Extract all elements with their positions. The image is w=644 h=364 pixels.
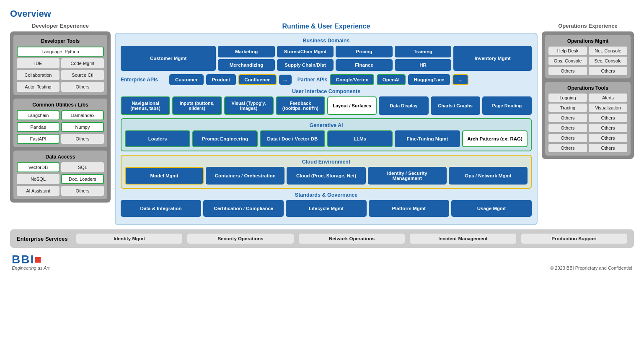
enterprise-apis-label: Enterprise APIs (121, 77, 167, 83)
dev-item-llamaindex[interactable]: LlamaIndex (61, 110, 104, 120)
partner-apis-label: Partner APIs (297, 77, 328, 83)
sg-platform[interactable]: Platform Mgmt (369, 200, 449, 217)
uic-feedback[interactable]: Feedback (tooltips, notif'n) (276, 96, 325, 115)
dev-item-pandas[interactable]: Pandas (17, 122, 59, 132)
ent-network-ops[interactable]: Network Operations (299, 234, 405, 244)
ops-opsconsole[interactable]: Ops. Console (548, 57, 587, 65)
dev-item-docloaders[interactable]: Doc. Loaders (61, 174, 104, 184)
dev-item-others2[interactable]: Others (61, 134, 104, 144)
uic-navigational[interactable]: Navigational (menus, tabs) (121, 96, 170, 115)
dev-item-others[interactable]: Others (61, 82, 104, 92)
ops-others7[interactable]: Others (548, 134, 587, 142)
bd-hr[interactable]: HR (395, 59, 452, 71)
uic-charts[interactable]: Charts / Graphs (431, 96, 480, 115)
ops-helpdesk[interactable]: Help Desk (548, 47, 587, 55)
enterprise-services-label: Enterprise Services (17, 236, 71, 242)
bd-supply-chain[interactable]: Supply Chain/Dist (277, 59, 334, 71)
standards-governance-section: Standards & Governance Data & Integratio… (121, 192, 532, 217)
genai-data-doc[interactable]: Data / Doc / Vector DB (260, 130, 325, 147)
api-product[interactable]: Product (206, 74, 236, 85)
ops-secconsole[interactable]: Sec. Console (589, 57, 627, 65)
dev-item-codemgmt[interactable]: Code Mgmt (61, 58, 104, 68)
cloud-proc-storage[interactable]: Cloud (Proc, Storage, Net) (287, 167, 365, 185)
ops-visualization[interactable]: Visualization (589, 104, 627, 112)
ops-alerts[interactable]: Alerts (589, 94, 627, 102)
cloud-identity-security[interactable]: Identity / Security Management (368, 167, 447, 185)
genai-loaders[interactable]: Loaders (125, 130, 190, 147)
sg-certification[interactable]: Certification / Compliance (203, 200, 284, 217)
common-utilities-section: Common Utilities / Libs Langchain LlamaI… (13, 99, 107, 147)
dev-item-numpy[interactable]: Numpy (61, 122, 104, 132)
uic-page-routing[interactable]: Page Routing (482, 96, 532, 115)
uic-layout[interactable]: Layout / Surfaces (327, 96, 377, 115)
dev-item-python[interactable]: Language: Python (17, 47, 104, 57)
data-access-section: Data Access VectorDB SQL NoSQL Doc. Load… (13, 151, 107, 199)
uic-visual[interactable]: Visual (Typog'y, Images) (224, 96, 274, 115)
sg-data-integration[interactable]: Data & Integration (121, 200, 201, 217)
dev-item-sourcectl[interactable]: Source Ctl (61, 70, 104, 80)
business-domains-title: Business Domains (121, 38, 532, 44)
api-openai[interactable]: OpenAI (377, 74, 406, 85)
ops-others6[interactable]: Others (589, 124, 627, 132)
operations-mgmt-title: Operations Mgmt (548, 38, 627, 44)
cloud-environment-title: Cloud Environment (125, 159, 528, 165)
dev-item-sql[interactable]: SQL (61, 162, 104, 172)
cloud-model-mgmt[interactable]: Model Mgmt (125, 167, 204, 185)
genai-llms[interactable]: LLMs (327, 130, 393, 147)
api-dots2[interactable]: ... (453, 74, 468, 85)
bd-inventory-mgmt[interactable]: Inventory Mgmt (453, 46, 532, 71)
uic-inputs[interactable]: Inputs (buttons, sliders) (172, 96, 222, 115)
ent-security-ops[interactable]: Security Operations (187, 234, 293, 244)
api-confluence[interactable]: Confluence (238, 74, 277, 85)
ops-others5[interactable]: Others (548, 124, 587, 132)
ent-production-support[interactable]: Production Support (521, 234, 627, 244)
ops-others3[interactable]: Others (548, 114, 587, 122)
ent-incident-mgmt[interactable]: Incident Management (410, 234, 516, 244)
api-dots[interactable]: ... (279, 75, 292, 85)
dev-item-ide[interactable]: IDE (17, 58, 59, 68)
bd-customer-mgmt[interactable]: Customer Mgmt (121, 46, 216, 71)
ops-others1[interactable]: Others (548, 67, 587, 75)
sg-usage[interactable]: Usage Mgmt (451, 200, 532, 217)
bd-pricing[interactable]: Pricing (336, 46, 393, 57)
dev-exp-header: Developer Experience (10, 23, 111, 29)
runtime-header: Runtime & User Experience (115, 23, 538, 30)
operations-mgmt-section: Operations Mgmt Help Desk Net. Console O… (545, 35, 631, 78)
ops-others9[interactable]: Others (548, 144, 587, 152)
bd-marketing[interactable]: Marketing (218, 46, 275, 57)
bd-stores[interactable]: Stores/Chan Mgmt (277, 46, 334, 57)
dev-item-aiassistant[interactable]: AI Assistant (17, 186, 59, 196)
business-domains-section: Business Domains Customer Mgmt Marketing… (121, 38, 532, 71)
ops-others8[interactable]: Others (589, 134, 627, 142)
sg-lifecycle[interactable]: Lifecycle Mgmt (286, 200, 366, 217)
dev-item-others3[interactable]: Others (61, 186, 104, 196)
ops-tracing[interactable]: Tracing (548, 104, 587, 112)
dev-item-vectordb[interactable]: VectorDB (17, 162, 59, 172)
uic-data-display[interactable]: Data Display (379, 96, 428, 115)
ops-netconsole[interactable]: Net. Console (589, 47, 627, 55)
ops-logging[interactable]: Logging (548, 94, 587, 102)
api-customer[interactable]: Customer (169, 74, 204, 85)
api-huggingface[interactable]: HuggingFace (408, 74, 450, 85)
dev-item-autotesting[interactable]: Auto. Testing (17, 82, 59, 92)
bbi-text: BBI■ (12, 254, 49, 265)
bd-training[interactable]: Training (395, 46, 452, 57)
genai-prompt-eng[interactable]: Prompt Engineering (192, 130, 258, 147)
cloud-containers[interactable]: Containers / Orchestration (206, 167, 284, 185)
api-google-vertex[interactable]: Google/Vertex (330, 74, 374, 85)
bd-finance[interactable]: Finance (336, 59, 393, 71)
developer-tools-grid: Language: Python IDE Code Mgmt Collabora… (17, 47, 104, 92)
bd-merchandizing[interactable]: Merchandizing (218, 59, 275, 71)
dev-item-langchain[interactable]: Langchain (17, 110, 59, 120)
cloud-ops-network[interactable]: Ops / Network Mgmt (449, 167, 528, 185)
dev-item-nosql[interactable]: NoSQL (17, 174, 59, 184)
dev-item-collaboration[interactable]: Collaboration (17, 70, 59, 80)
operations-tools-title: Operations Tools (548, 85, 627, 91)
ops-others4[interactable]: Others (589, 114, 627, 122)
ops-others10[interactable]: Others (589, 144, 627, 152)
genai-arch-patterns[interactable]: Arch Patterns (ex: RAG) (462, 130, 528, 147)
ent-identity-mgmt[interactable]: Identity Mgmt (76, 234, 182, 244)
genai-finetuning[interactable]: Fine-Tuning Mgmt (395, 130, 460, 147)
dev-item-fastapi[interactable]: FastAPI (17, 134, 59, 144)
ops-others2[interactable]: Others (589, 67, 627, 75)
